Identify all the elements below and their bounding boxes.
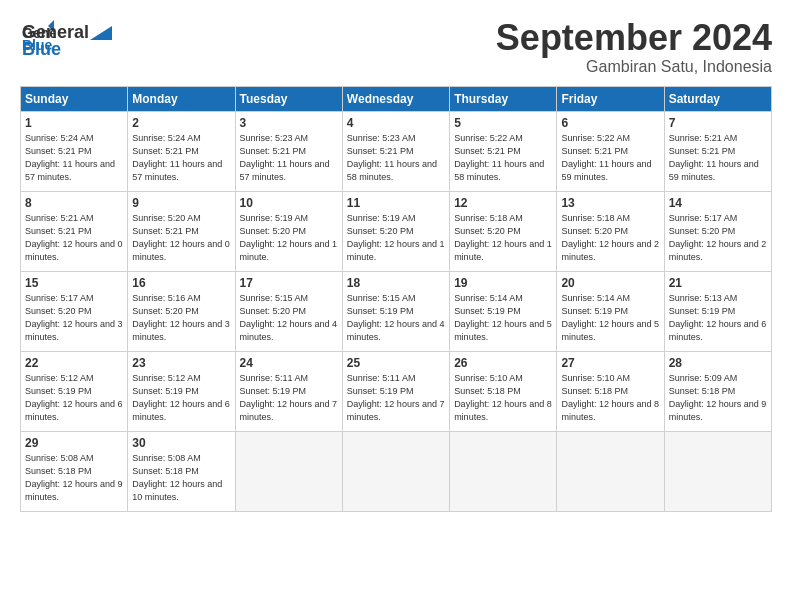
day-number: 16: [132, 276, 230, 290]
day-number: 4: [347, 116, 445, 130]
day-number: 13: [561, 196, 659, 210]
day-info: Sunrise: 5:22 AM Sunset: 5:21 PM Dayligh…: [454, 132, 552, 184]
logo-arrow-icon: [90, 26, 112, 40]
table-row: 1Sunrise: 5:24 AM Sunset: 5:21 PM Daylig…: [21, 111, 128, 191]
calendar-page: General Blue General Blue September 2024…: [0, 0, 792, 612]
calendar-week-row: 15Sunrise: 5:17 AM Sunset: 5:20 PM Dayli…: [21, 271, 772, 351]
table-row: 9Sunrise: 5:20 AM Sunset: 5:21 PM Daylig…: [128, 191, 235, 271]
table-row: [450, 431, 557, 511]
table-row: 16Sunrise: 5:16 AM Sunset: 5:20 PM Dayli…: [128, 271, 235, 351]
table-row: [664, 431, 771, 511]
calendar-week-row: 22Sunrise: 5:12 AM Sunset: 5:19 PM Dayli…: [21, 351, 772, 431]
table-row: 21Sunrise: 5:13 AM Sunset: 5:19 PM Dayli…: [664, 271, 771, 351]
table-row: 6Sunrise: 5:22 AM Sunset: 5:21 PM Daylig…: [557, 111, 664, 191]
day-number: 10: [240, 196, 338, 210]
day-number: 8: [25, 196, 123, 210]
day-number: 26: [454, 356, 552, 370]
table-row: 5Sunrise: 5:22 AM Sunset: 5:21 PM Daylig…: [450, 111, 557, 191]
svg-marker-3: [90, 26, 112, 40]
table-row: 2Sunrise: 5:24 AM Sunset: 5:21 PM Daylig…: [128, 111, 235, 191]
header-monday: Monday: [128, 86, 235, 111]
header-tuesday: Tuesday: [235, 86, 342, 111]
table-row: 7Sunrise: 5:21 AM Sunset: 5:21 PM Daylig…: [664, 111, 771, 191]
day-number: 20: [561, 276, 659, 290]
day-info: Sunrise: 5:14 AM Sunset: 5:19 PM Dayligh…: [454, 292, 552, 344]
table-row: 22Sunrise: 5:12 AM Sunset: 5:19 PM Dayli…: [21, 351, 128, 431]
day-info: Sunrise: 5:08 AM Sunset: 5:18 PM Dayligh…: [132, 452, 230, 504]
table-row: 3Sunrise: 5:23 AM Sunset: 5:21 PM Daylig…: [235, 111, 342, 191]
day-info: Sunrise: 5:22 AM Sunset: 5:21 PM Dayligh…: [561, 132, 659, 184]
day-number: 14: [669, 196, 767, 210]
day-info: Sunrise: 5:09 AM Sunset: 5:18 PM Dayligh…: [669, 372, 767, 424]
calendar-body: 1Sunrise: 5:24 AM Sunset: 5:21 PM Daylig…: [21, 111, 772, 511]
table-row: 30Sunrise: 5:08 AM Sunset: 5:18 PM Dayli…: [128, 431, 235, 511]
day-info: Sunrise: 5:18 AM Sunset: 5:20 PM Dayligh…: [454, 212, 552, 264]
day-number: 2: [132, 116, 230, 130]
day-number: 28: [669, 356, 767, 370]
header: General Blue General Blue September 2024…: [20, 18, 772, 76]
table-row: 24Sunrise: 5:11 AM Sunset: 5:19 PM Dayli…: [235, 351, 342, 431]
day-number: 7: [669, 116, 767, 130]
header-saturday: Saturday: [664, 86, 771, 111]
table-row: 28Sunrise: 5:09 AM Sunset: 5:18 PM Dayli…: [664, 351, 771, 431]
day-info: Sunrise: 5:15 AM Sunset: 5:20 PM Dayligh…: [240, 292, 338, 344]
table-row: 11Sunrise: 5:19 AM Sunset: 5:20 PM Dayli…: [342, 191, 449, 271]
day-info: Sunrise: 5:18 AM Sunset: 5:20 PM Dayligh…: [561, 212, 659, 264]
day-info: Sunrise: 5:15 AM Sunset: 5:19 PM Dayligh…: [347, 292, 445, 344]
day-number: 11: [347, 196, 445, 210]
day-number: 17: [240, 276, 338, 290]
table-row: 8Sunrise: 5:21 AM Sunset: 5:21 PM Daylig…: [21, 191, 128, 271]
day-info: Sunrise: 5:16 AM Sunset: 5:20 PM Dayligh…: [132, 292, 230, 344]
header-sunday: Sunday: [21, 86, 128, 111]
day-number: 30: [132, 436, 230, 450]
table-row: 18Sunrise: 5:15 AM Sunset: 5:19 PM Dayli…: [342, 271, 449, 351]
header-friday: Friday: [557, 86, 664, 111]
table-row: 13Sunrise: 5:18 AM Sunset: 5:20 PM Dayli…: [557, 191, 664, 271]
table-row: 17Sunrise: 5:15 AM Sunset: 5:20 PM Dayli…: [235, 271, 342, 351]
day-number: 23: [132, 356, 230, 370]
day-number: 5: [454, 116, 552, 130]
day-info: Sunrise: 5:23 AM Sunset: 5:21 PM Dayligh…: [347, 132, 445, 184]
day-info: Sunrise: 5:08 AM Sunset: 5:18 PM Dayligh…: [25, 452, 123, 504]
day-number: 21: [669, 276, 767, 290]
day-info: Sunrise: 5:17 AM Sunset: 5:20 PM Dayligh…: [669, 212, 767, 264]
day-number: 22: [25, 356, 123, 370]
day-info: Sunrise: 5:19 AM Sunset: 5:20 PM Dayligh…: [240, 212, 338, 264]
table-row: 29Sunrise: 5:08 AM Sunset: 5:18 PM Dayli…: [21, 431, 128, 511]
day-info: Sunrise: 5:10 AM Sunset: 5:18 PM Dayligh…: [561, 372, 659, 424]
logo-blue: Blue: [22, 39, 61, 59]
table-row: [342, 431, 449, 511]
table-row: [235, 431, 342, 511]
day-number: 9: [132, 196, 230, 210]
calendar-week-row: 8Sunrise: 5:21 AM Sunset: 5:21 PM Daylig…: [21, 191, 772, 271]
day-number: 15: [25, 276, 123, 290]
day-number: 29: [25, 436, 123, 450]
day-info: Sunrise: 5:19 AM Sunset: 5:20 PM Dayligh…: [347, 212, 445, 264]
day-number: 1: [25, 116, 123, 130]
month-title: September 2024: [496, 18, 772, 58]
title-block: September 2024 Gambiran Satu, Indonesia: [496, 18, 772, 76]
table-row: 12Sunrise: 5:18 AM Sunset: 5:20 PM Dayli…: [450, 191, 557, 271]
table-row: 14Sunrise: 5:17 AM Sunset: 5:20 PM Dayli…: [664, 191, 771, 271]
day-info: Sunrise: 5:12 AM Sunset: 5:19 PM Dayligh…: [25, 372, 123, 424]
day-number: 3: [240, 116, 338, 130]
table-row: 25Sunrise: 5:11 AM Sunset: 5:19 PM Dayli…: [342, 351, 449, 431]
logo: General Blue General Blue: [20, 18, 113, 60]
day-info: Sunrise: 5:10 AM Sunset: 5:18 PM Dayligh…: [454, 372, 552, 424]
location-title: Gambiran Satu, Indonesia: [496, 58, 772, 76]
header-wednesday: Wednesday: [342, 86, 449, 111]
day-info: Sunrise: 5:11 AM Sunset: 5:19 PM Dayligh…: [347, 372, 445, 424]
calendar-week-row: 29Sunrise: 5:08 AM Sunset: 5:18 PM Dayli…: [21, 431, 772, 511]
day-info: Sunrise: 5:12 AM Sunset: 5:19 PM Dayligh…: [132, 372, 230, 424]
day-info: Sunrise: 5:24 AM Sunset: 5:21 PM Dayligh…: [132, 132, 230, 184]
table-row: 10Sunrise: 5:19 AM Sunset: 5:20 PM Dayli…: [235, 191, 342, 271]
day-info: Sunrise: 5:13 AM Sunset: 5:19 PM Dayligh…: [669, 292, 767, 344]
day-number: 19: [454, 276, 552, 290]
day-number: 27: [561, 356, 659, 370]
day-info: Sunrise: 5:14 AM Sunset: 5:19 PM Dayligh…: [561, 292, 659, 344]
day-info: Sunrise: 5:20 AM Sunset: 5:21 PM Dayligh…: [132, 212, 230, 264]
day-info: Sunrise: 5:23 AM Sunset: 5:21 PM Dayligh…: [240, 132, 338, 184]
weekday-header-row: Sunday Monday Tuesday Wednesday Thursday…: [21, 86, 772, 111]
day-number: 24: [240, 356, 338, 370]
day-info: Sunrise: 5:17 AM Sunset: 5:20 PM Dayligh…: [25, 292, 123, 344]
